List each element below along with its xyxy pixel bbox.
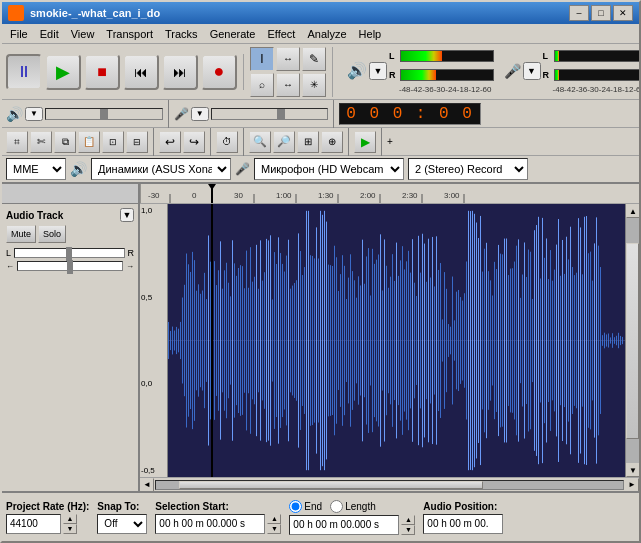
gain-label-r: R [128,248,135,258]
sep-5 [153,128,154,156]
stop-button[interactable]: ■ [84,54,120,90]
position-control [423,514,503,534]
end-down-btn[interactable]: ▼ [401,525,415,535]
skip-back-button[interactable]: ⏮ [123,54,159,90]
menu-analyze[interactable]: Analyze [301,24,352,43]
start-up-btn[interactable]: ▲ [267,514,281,524]
track-controls-area: Audio Track ▼ Mute Solo L R ← [2,204,138,491]
output-device-select[interactable]: Динамики (ASUS Xonar DGX A [91,158,231,180]
sep-3 [168,100,169,128]
trim-icon: ⊡ [109,137,117,147]
cut-btn[interactable]: ✄ [30,131,52,153]
end-radio-label: End [304,501,322,512]
menu-help[interactable]: Help [353,24,388,43]
timeline-ruler: -30 0 30 1:00 1:30 2:00 2:30 [140,184,639,204]
input-volume-slider[interactable] [211,108,329,120]
menu-tracks[interactable]: Tracks [159,24,204,43]
main-area: Audio Track ▼ Mute Solo L R ← [2,184,639,491]
trim-btn[interactable]: ⊡ [102,131,124,153]
track-menu-btn[interactable]: ▼ [120,208,134,222]
start-input[interactable] [155,514,265,534]
scroll-right-btn[interactable]: ► [625,478,639,492]
undo-btn[interactable]: ↩ [159,131,181,153]
select-all-btn[interactable]: ⌗ [6,131,28,153]
scroll-up-btn[interactable]: ▲ [626,204,639,218]
snap-select[interactable]: Off [97,514,147,534]
host-select[interactable]: MME [6,158,66,180]
close-button[interactable]: ✕ [613,5,633,21]
output-l-fill [401,51,442,61]
rate-input[interactable] [6,514,61,534]
output-meter-dropdown[interactable]: ▼ [369,62,387,80]
volume-slider[interactable] [45,108,163,120]
menu-edit[interactable]: Edit [34,24,65,43]
volume-dropdown[interactable]: ▼ [25,107,43,121]
input-dropdown[interactable]: ▼ [191,107,209,121]
menu-generate[interactable]: Generate [204,24,262,43]
mute-btn[interactable]: Mute [6,225,36,243]
position-input[interactable] [423,514,503,534]
gain-slider[interactable] [14,248,124,258]
pan-slider[interactable] [17,261,123,271]
zoom-fit-btn[interactable]: ⊞ [297,131,319,153]
sep-9 [381,128,382,156]
project-rate-group: Project Rate (Hz): ▲ ▼ [6,501,89,534]
paste-btn[interactable]: 📋 [78,131,100,153]
scroll-left-btn[interactable]: ◄ [140,478,154,492]
input-device-select[interactable]: Микрофон (HD Webcam (audi [254,158,404,180]
menu-view[interactable]: View [65,24,101,43]
timeshift-tool[interactable]: ↔ [276,73,300,97]
start-down-btn[interactable]: ▼ [267,524,281,534]
v-scroll-thumb[interactable] [626,243,639,439]
h-scroll-thumb[interactable] [179,481,483,489]
transport-controls: ⏸ ▶ ■ ⏮ ⏭ ● [6,54,244,90]
end-spinners: ▲ ▼ [401,515,415,535]
menu-transport[interactable]: Transport [100,24,159,43]
menu-effect[interactable]: Effect [262,24,302,43]
zoom-tool[interactable]: ⌕ [250,73,274,97]
sync-icon: ⏱ [222,136,232,147]
track-ruler-spacer [2,184,138,204]
solo-btn[interactable]: Solo [38,225,66,243]
end-up-btn[interactable]: ▲ [401,515,415,525]
selection-start-group: Selection Start: ▲ ▼ [155,501,281,534]
audio-position-group: Audio Position: [423,501,503,534]
maximize-button[interactable]: □ [591,5,611,21]
length-radio[interactable] [330,500,343,513]
skip-fwd-button[interactable]: ⏭ [162,54,198,90]
channel-select[interactable]: 2 (Stereo) Record [408,158,528,180]
scroll-down-btn[interactable]: ▼ [626,463,639,477]
envelope-tool[interactable]: ↔ [276,47,300,71]
pencil-tool[interactable]: ✎ [302,47,326,71]
zoom-in-btn[interactable]: 🔍 [249,131,271,153]
device-bar: MME 🔊 Динамики (ASUS Xonar DGX A 🎤 Микро… [2,156,639,184]
input-r-bar [554,69,641,81]
cursor-tool[interactable]: I [250,47,274,71]
sync-btn[interactable]: ⏱ [216,131,238,153]
end-radio[interactable] [289,500,302,513]
play-button[interactable]: ▶ [45,54,81,90]
rate-control: ▲ ▼ [6,514,89,534]
record-button[interactable]: ● [201,54,237,90]
input-meter-dropdown[interactable]: ▼ [523,62,541,80]
main-toolbar: ⏸ ▶ ■ ⏮ ⏭ ● I [2,44,639,100]
track-header: Audio Track ▼ Mute Solo L R ← [2,184,140,491]
minimize-button[interactable]: – [569,5,589,21]
play-cut-btn[interactable]: ▶ [354,131,376,153]
rate-up-btn[interactable]: ▲ [63,514,77,524]
zoom-sel-btn[interactable]: ⊕ [321,131,343,153]
zoom-out-btn[interactable]: 🔎 [273,131,295,153]
copy-btn[interactable]: ⧉ [54,131,76,153]
end-input[interactable] [289,515,399,535]
redo-btn[interactable]: ↪ [183,131,205,153]
redo-icon: ↪ [189,135,199,149]
rate-down-btn[interactable]: ▼ [63,524,77,534]
pause-button[interactable]: ⏸ [6,54,42,90]
window-title: smokie-_-what_can_i_do [30,7,569,19]
v-scrollbar[interactable]: ▲ ▼ [625,204,639,477]
menu-file[interactable]: File [4,24,34,43]
silence-btn[interactable]: ⊟ [126,131,148,153]
paste-icon: 📋 [83,136,95,147]
zoom-fit-icon: ⊞ [304,136,312,147]
multi-tool[interactable]: ✳ [302,73,326,97]
